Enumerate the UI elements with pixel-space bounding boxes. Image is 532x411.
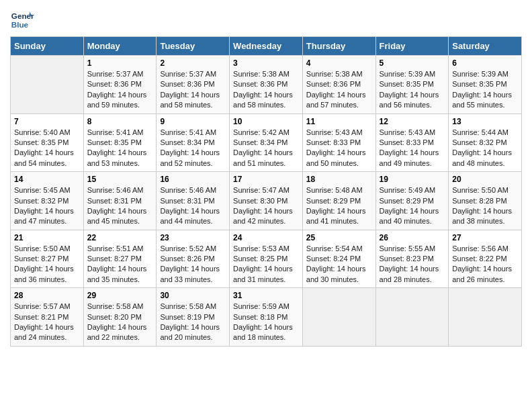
calendar-cell: 29Sunrise: 5:58 AMSunset: 8:20 PMDayligh…: [83, 288, 157, 347]
cell-line: Sunset: 8:33 PM: [380, 138, 445, 148]
cell-line: Sunrise: 5:46 AM: [87, 185, 153, 195]
cell-line: Sunset: 8:35 PM: [452, 79, 518, 89]
cell-line: Daylight: 14 hours and 56 minutes.: [380, 90, 445, 111]
day-number: 16: [160, 175, 226, 184]
cell-line: Sunrise: 5:55 AM: [380, 244, 445, 254]
cell-line: Sunset: 8:31 PM: [87, 196, 153, 206]
cell-line: Daylight: 14 hours and 47 minutes.: [14, 206, 80, 227]
calendar-cell: 25Sunrise: 5:54 AMSunset: 8:24 PMDayligh…: [302, 230, 375, 288]
cell-line: Sunrise: 5:38 AM: [233, 69, 299, 79]
cell-line: Sunrise: 5:50 AM: [14, 244, 80, 254]
calendar-cell: 19Sunrise: 5:49 AMSunset: 8:29 PMDayligh…: [375, 172, 449, 230]
cell-line: Daylight: 14 hours and 52 minutes.: [160, 148, 226, 169]
calendar-week-5: 28Sunrise: 5:57 AMSunset: 8:21 PMDayligh…: [11, 288, 522, 347]
cell-line: Daylight: 14 hours and 44 minutes.: [160, 206, 226, 227]
cell-line: Sunrise: 5:48 AM: [306, 185, 372, 195]
calendar-cell: 26Sunrise: 5:55 AMSunset: 8:23 PMDayligh…: [375, 230, 449, 288]
cell-line: Sunrise: 5:44 AM: [452, 128, 518, 138]
logo: General Blue: [10, 7, 37, 31]
calendar-cell: 7Sunrise: 5:40 AMSunset: 8:35 PMDaylight…: [11, 113, 84, 172]
cell-line: Sunrise: 5:58 AM: [160, 302, 226, 312]
calendar-cell: 14Sunrise: 5:45 AMSunset: 8:32 PMDayligh…: [11, 172, 84, 230]
day-number: 2: [160, 58, 226, 68]
calendar-cell: 8Sunrise: 5:41 AMSunset: 8:35 PMDaylight…: [83, 113, 157, 172]
calendar-cell: 15Sunrise: 5:46 AMSunset: 8:31 PMDayligh…: [83, 172, 157, 230]
cell-line: Sunset: 8:35 PM: [14, 138, 80, 148]
calendar-table: SundayMondayTuesdayWednesdayThursdayFrid…: [10, 36, 522, 347]
cell-line: Sunset: 8:26 PM: [160, 254, 226, 264]
cell-line: Sunrise: 5:47 AM: [233, 185, 299, 195]
header-wednesday: Wednesday: [230, 37, 303, 56]
day-number: 31: [233, 291, 299, 300]
day-number: 11: [306, 117, 372, 126]
cell-line: Daylight: 14 hours and 58 minutes.: [233, 90, 299, 111]
cell-line: Sunset: 8:34 PM: [160, 138, 226, 148]
calendar-cell: 1Sunrise: 5:37 AMSunset: 8:36 PMDaylight…: [83, 56, 157, 114]
calendar-cell: 21Sunrise: 5:50 AMSunset: 8:27 PMDayligh…: [11, 230, 84, 288]
cell-line: Sunrise: 5:58 AM: [87, 302, 153, 312]
day-number: 20: [452, 175, 518, 184]
calendar-cell: 23Sunrise: 5:52 AMSunset: 8:26 PMDayligh…: [157, 230, 230, 288]
day-number: 9: [160, 117, 226, 126]
cell-line: Sunrise: 5:41 AM: [87, 128, 153, 138]
cell-line: Daylight: 14 hours and 54 minutes.: [14, 148, 80, 169]
cell-line: Sunset: 8:27 PM: [14, 254, 80, 264]
header-thursday: Thursday: [302, 37, 375, 56]
cell-line: Sunrise: 5:37 AM: [87, 69, 153, 79]
day-number: 21: [14, 233, 80, 242]
day-number: 8: [87, 117, 153, 126]
cell-line: Sunset: 8:35 PM: [380, 79, 445, 89]
day-number: 25: [306, 233, 372, 242]
day-number: 5: [380, 58, 445, 68]
cell-line: Daylight: 14 hours and 28 minutes.: [380, 264, 445, 285]
cell-line: Daylight: 14 hours and 50 minutes.: [306, 148, 372, 169]
cell-line: Sunset: 8:24 PM: [306, 254, 372, 264]
day-number: 18: [306, 175, 372, 184]
day-number: 15: [87, 175, 153, 184]
cell-line: Sunrise: 5:41 AM: [160, 128, 226, 138]
cell-line: Sunrise: 5:39 AM: [452, 69, 518, 79]
cell-line: Daylight: 14 hours and 41 minutes.: [306, 206, 372, 227]
header: General Blue: [10, 7, 522, 31]
cell-line: Sunrise: 5:57 AM: [14, 302, 80, 312]
day-number: 23: [160, 233, 226, 242]
day-number: 28: [14, 291, 80, 300]
calendar-cell: 5Sunrise: 5:39 AMSunset: 8:35 PMDaylight…: [375, 56, 449, 114]
calendar-cell: 20Sunrise: 5:50 AMSunset: 8:28 PMDayligh…: [449, 172, 522, 230]
cell-line: Daylight: 14 hours and 33 minutes.: [160, 264, 226, 285]
cell-line: Sunset: 8:32 PM: [452, 138, 518, 148]
cell-line: Daylight: 14 hours and 45 minutes.: [87, 206, 153, 227]
day-number: 29: [87, 291, 153, 300]
header-saturday: Saturday: [449, 37, 522, 56]
cell-line: Sunset: 8:29 PM: [380, 196, 445, 206]
calendar-cell: 16Sunrise: 5:46 AMSunset: 8:31 PMDayligh…: [157, 172, 230, 230]
cell-line: Sunset: 8:22 PM: [452, 254, 518, 264]
header-sunday: Sunday: [11, 37, 84, 56]
cell-line: Daylight: 14 hours and 59 minutes.: [87, 90, 153, 111]
cell-line: Sunrise: 5:51 AM: [87, 244, 153, 254]
day-number: 12: [380, 117, 445, 126]
cell-line: Daylight: 14 hours and 58 minutes.: [160, 90, 226, 111]
calendar-header-row: SundayMondayTuesdayWednesdayThursdayFrid…: [11, 37, 522, 56]
calendar-cell: 6Sunrise: 5:39 AMSunset: 8:35 PMDaylight…: [449, 56, 522, 114]
svg-text:Blue: Blue: [11, 20, 29, 29]
cell-line: Sunrise: 5:42 AM: [233, 128, 299, 138]
cell-line: Sunset: 8:30 PM: [233, 196, 299, 206]
calendar-week-2: 7Sunrise: 5:40 AMSunset: 8:35 PMDaylight…: [11, 113, 522, 172]
day-number: 17: [233, 175, 299, 184]
calendar-cell: 9Sunrise: 5:41 AMSunset: 8:34 PMDaylight…: [157, 113, 230, 172]
day-number: 10: [233, 117, 299, 126]
day-number: 6: [452, 58, 518, 68]
cell-line: Sunset: 8:36 PM: [306, 79, 372, 89]
day-number: 19: [380, 175, 445, 184]
calendar-cell: [375, 288, 449, 347]
calendar-cell: 28Sunrise: 5:57 AMSunset: 8:21 PMDayligh…: [11, 288, 84, 347]
day-number: 30: [160, 291, 226, 300]
calendar-cell: [449, 288, 522, 347]
cell-line: Sunrise: 5:39 AM: [380, 69, 445, 79]
calendar-cell: 31Sunrise: 5:59 AMSunset: 8:18 PMDayligh…: [230, 288, 303, 347]
day-number: 14: [14, 175, 80, 184]
cell-line: Daylight: 14 hours and 18 minutes.: [233, 322, 299, 343]
cell-line: Daylight: 14 hours and 30 minutes.: [306, 264, 372, 285]
cell-line: Sunset: 8:18 PM: [233, 312, 299, 322]
